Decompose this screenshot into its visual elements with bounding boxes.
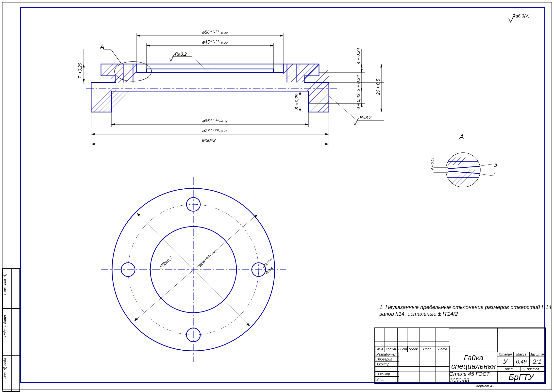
svg-line-15 — [302, 65, 319, 82]
org: БрГТУ — [497, 371, 545, 383]
svg-line-69 — [458, 158, 466, 165]
note-line1: 1. Неуказанные предельные отклонения раз… — [379, 304, 553, 310]
svg-line-71 — [478, 174, 495, 176]
svg-line-17 — [307, 70, 328, 91]
format-label: Формат А2 — [475, 384, 494, 388]
svg-line-7 — [111, 66, 123, 79]
dim-d56: ⌀56⁺⁰·⁵⁷₋₀.₃₀ — [202, 30, 227, 35]
svg-line-14 — [297, 64, 315, 82]
dim-h8a: 8±0,29 — [294, 94, 300, 110]
material: Сталь 45 ГОСТ 1050-88 — [449, 371, 498, 383]
dim-m80: M80×2 — [202, 138, 216, 143]
side-inv: Инв. № подл. — [3, 357, 7, 379]
ra-top: Ra3,2 — [175, 52, 187, 57]
svg-point-58 — [121, 263, 135, 277]
svg-line-19 — [308, 83, 329, 103]
border-right — [552, 2, 552, 390]
hdr-kol: Кол.уч. — [385, 346, 398, 352]
svg-line-20 — [310, 94, 329, 112]
dim-h20: 20±0,5 — [376, 79, 381, 95]
note-line2: валов h14, остальные ± IT14/2 — [379, 311, 458, 317]
hdr-izm: Изм. — [375, 346, 385, 352]
svg-line-12 — [286, 64, 301, 79]
svg-point-57 — [186, 328, 200, 342]
svg-line-70 — [478, 164, 495, 166]
svg-point-63 — [446, 153, 480, 187]
surface-finish-general: Ra6.3(√) — [512, 14, 530, 19]
svg-point-23 — [115, 62, 151, 81]
svg-line-3 — [108, 91, 129, 112]
svg-line-9 — [118, 64, 137, 82]
svg-line-67 — [448, 158, 456, 165]
hdr-prover: Проверил — [375, 357, 399, 362]
svg-line-1 — [99, 92, 118, 112]
svg-line-64 — [451, 170, 466, 185]
dim-holes: 4отв — [265, 266, 273, 275]
dim-d88: ⌀88⁺⁰·³⁰₋₀.₅₇ — [197, 247, 220, 268]
hdr-masshtab: Масштаб — [529, 352, 545, 357]
frame-top — [20, 7, 544, 8]
hdr-razrab: Разработал — [375, 352, 399, 357]
side-podp: Подп. и дата — [3, 315, 7, 337]
ra-bottom: Ra3,2 — [360, 115, 371, 120]
svg-point-56 — [186, 197, 200, 211]
dim-d77: ⌀77⁺⁰·²⁸₋₀.₄₆ — [202, 128, 227, 133]
hdr-nkontr: Н.контр. — [375, 371, 399, 377]
frame-right — [544, 7, 545, 383]
hdr-data: Дата — [436, 346, 450, 352]
svg-line-18 — [309, 76, 329, 96]
hdr-tkontr: Т.контр. — [375, 361, 399, 367]
svg-line-8 — [113, 73, 123, 82]
dim-d72: ⌀72±0,7 — [158, 255, 174, 270]
svg-line-5 — [101, 64, 113, 76]
val-stadia: У — [497, 357, 514, 367]
val-masshtab: 2:1 — [529, 357, 545, 367]
section-label: А — [100, 43, 104, 51]
svg-line-68 — [453, 158, 461, 165]
detail-angle: 14° — [494, 163, 498, 168]
svg-line-21 — [318, 101, 329, 112]
svg-line-11 — [283, 64, 293, 74]
svg-line-13 — [291, 64, 309, 82]
dim-d65: ⌀65⁺⁰·⁴⁶₋₀.₂₈ — [202, 118, 227, 124]
hdr-list: Лист — [397, 346, 408, 352]
border-top — [2, 2, 552, 2]
svg-line-4 — [91, 89, 111, 110]
dim-h2: 2±0,24 — [356, 75, 361, 91]
svg-line-16 — [304, 64, 319, 79]
detail-label: А — [459, 133, 464, 141]
svg-point-54 — [112, 188, 275, 351]
svg-point-60 — [128, 204, 259, 335]
svg-line-61 — [137, 213, 250, 326]
dim-h8b: 8±0,42 — [356, 94, 361, 110]
dim-h7: 7±0,29 — [78, 63, 83, 79]
hdr-massa: Масса — [513, 352, 530, 357]
val-massa: 0,49 — [513, 357, 530, 367]
title-block: Изм. Кол.уч. Лист №док. Подп. Дата Разра… — [374, 327, 546, 384]
part-name-1: Гайка — [464, 354, 484, 362]
svg-point-55 — [150, 227, 236, 313]
svg-line-62 — [134, 214, 257, 321]
hdr-stadia: Стадия — [497, 352, 514, 357]
hdr-ndok: №док. — [407, 346, 420, 352]
hdr-utv: Утв. — [375, 376, 399, 383]
side-vzam: Взам. инв. № — [3, 273, 7, 295]
part-name-2: специальная — [451, 362, 496, 370]
svg-line-66 — [461, 170, 475, 185]
border-bottom — [2, 390, 552, 390]
svg-line-10 — [126, 71, 137, 82]
svg-line-0 — [94, 90, 116, 112]
hdr-listov: Листов — [520, 366, 545, 372]
drawing-page: Ra6.3(√) — [0, 0, 554, 392]
dim-h4: 4±0,24 — [356, 48, 361, 64]
detail-h4: 4±0,24 — [431, 158, 435, 170]
dim-d45: ⌀45⁺⁰·⁵⁷₋₀.₃₀ — [202, 39, 227, 45]
svg-line-2 — [103, 92, 123, 112]
hdr-list2: Лист — [497, 366, 521, 372]
svg-line-22 — [323, 106, 329, 112]
svg-line-6 — [106, 64, 118, 76]
hdr-podp: Подп. — [420, 346, 436, 352]
svg-line-65 — [456, 170, 470, 185]
